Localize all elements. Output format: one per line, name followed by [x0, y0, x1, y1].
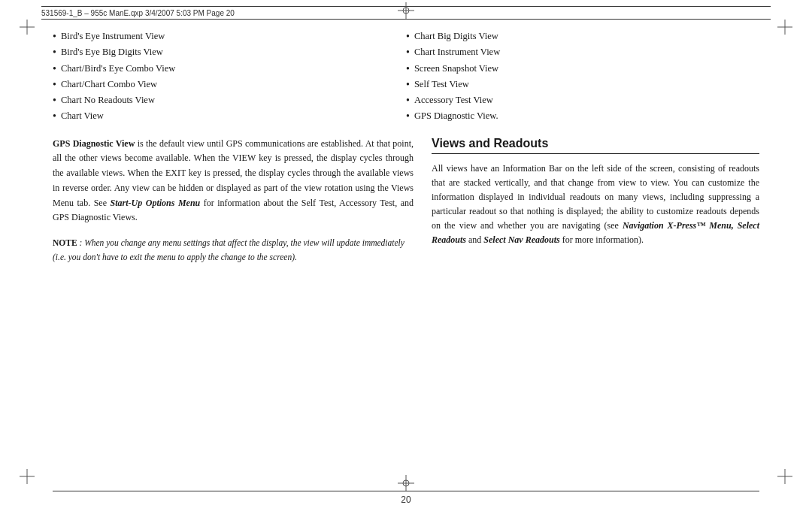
header-text: 531569-1_B – 955c ManE.qxp 3/4/2007 5:03…: [41, 9, 235, 17]
section-body-paragraph: All views have an Information Bar on the…: [432, 162, 759, 248]
gps-startup-bold: Start-Up Options Menu: [111, 198, 201, 208]
section-and-text: and: [468, 234, 483, 245]
list-item: Chart/Chart Combo View: [53, 77, 398, 92]
top-right-crosshair: [777, 20, 792, 38]
list-item: Chart Big Digits View: [406, 29, 752, 44]
note-label: NOTE: [53, 238, 77, 247]
content-area: Bird's Eye Instrument View Bird's Eye Bi…: [53, 29, 759, 476]
list-item: Screen Snapshot View: [406, 61, 752, 77]
right-section-column: Views and Readouts All views have an Inf…: [432, 137, 759, 265]
note-text: : When you change any menu settings that…: [53, 238, 404, 261]
list-item: Chart No Readouts View: [53, 92, 398, 108]
list-item: Chart/Bird's Eye Combo View: [53, 61, 398, 77]
page: 531569-1_B – 955c ManE.qxp 3/4/2007 5:03…: [0, 0, 812, 514]
list-item: GPS Diagnostic View.: [406, 108, 752, 124]
bullet-list-column-1: Bird's Eye Instrument View Bird's Eye Bi…: [53, 29, 406, 125]
list-item: Bird's Eye Big Digits View: [53, 44, 398, 60]
bottom-right-crosshair: [777, 469, 792, 487]
bottom-left-crosshair: [20, 469, 35, 487]
list-item: Bird's Eye Instrument View: [53, 29, 398, 44]
section-title: Views and Readouts: [432, 137, 759, 154]
bullet-list-section: Bird's Eye Instrument View Bird's Eye Bi…: [53, 29, 759, 125]
list-item: Chart Instrument View: [406, 44, 752, 60]
top-center-crosshair: [398, 2, 414, 22]
main-layout: GPS Diagnostic View is the default view …: [53, 137, 759, 265]
bullet-list-column-2: Chart Big Digits View Chart Instrument V…: [406, 29, 759, 125]
left-body-column: GPS Diagnostic View is the default view …: [53, 137, 414, 265]
list-col1: Bird's Eye Instrument View Bird's Eye Bi…: [53, 29, 398, 125]
section-bold-2: Select Nav Readouts: [483, 234, 559, 245]
top-left-crosshair: [20, 20, 35, 38]
note-paragraph: NOTE : When you change any menu settings…: [53, 236, 414, 264]
list-item: Accessory Test View: [406, 92, 752, 108]
list-item: Chart View: [53, 108, 398, 124]
gps-bold-start: GPS Diagnostic View: [53, 138, 135, 149]
list-col2: Chart Big Digits View Chart Instrument V…: [406, 29, 752, 125]
page-number: 20: [401, 494, 411, 505]
page-footer: 20: [53, 491, 759, 505]
section-end-text: for more information).: [562, 234, 644, 245]
list-item: Self Test View: [406, 77, 752, 92]
gps-diagnostic-paragraph: GPS Diagnostic View is the default view …: [53, 137, 414, 226]
